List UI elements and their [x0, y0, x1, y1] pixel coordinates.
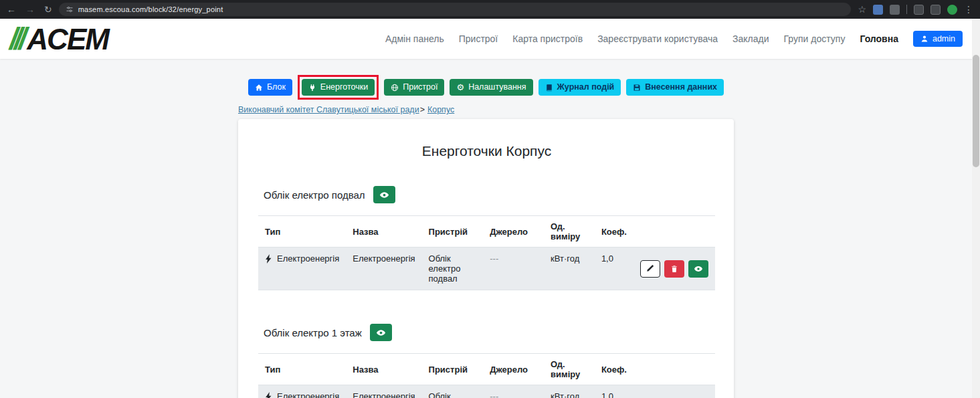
- edit-button[interactable]: [640, 260, 660, 278]
- breadcrumb-current-link[interactable]: Корпус: [427, 105, 454, 114]
- browser-nav-controls: ← → ↻: [7, 5, 52, 14]
- view-button[interactable]: [688, 260, 708, 278]
- browser-chrome: ← → ↻ masem.escoua.com/block/32/energy_p…: [0, 0, 980, 19]
- devices-button[interactable]: Пристрої: [384, 79, 444, 96]
- breadcrumb: Виконавчий комітет Славутицької міської …: [238, 105, 734, 114]
- gear-icon: ⚙: [456, 83, 464, 92]
- source-cell: ---: [483, 385, 544, 398]
- col-coef: Коеф.: [595, 216, 633, 247]
- device-cell: Облік електро 1 этаж: [422, 385, 484, 398]
- table-header-row: Тип Назва Пристрій Джерело Од. виміру Ко…: [258, 354, 715, 385]
- devices-button-label: Пристрої: [403, 83, 437, 92]
- nav-admin-panel[interactable]: Адмін панель: [385, 33, 444, 44]
- nav-access-groups[interactable]: Групи доступу: [784, 33, 846, 44]
- energy-points-button[interactable]: Енерготочки: [302, 79, 375, 96]
- col-actions: [633, 354, 715, 385]
- energy-points-table: Тип Назва Пристрій Джерело Од. виміру Ко…: [258, 353, 715, 398]
- extension-icon[interactable]: [930, 5, 941, 15]
- energy-points-card: Енерготочки Корпус Облік електро подвал …: [238, 119, 734, 398]
- block-toolbar: Блок Енерготочки Пристрої ⚙ Налаштування: [238, 79, 734, 96]
- eye-icon: [376, 328, 386, 338]
- globe-icon: [391, 84, 399, 92]
- book-icon: [545, 84, 553, 92]
- delete-button[interactable]: [664, 260, 684, 278]
- logo-text: ACEM: [27, 25, 108, 54]
- home-icon: [255, 84, 263, 92]
- unit-cell: кВт·год: [544, 385, 595, 398]
- source-cell: ---: [483, 247, 544, 290]
- trash-icon: [670, 265, 678, 273]
- data-entry-button[interactable]: Внесення данних: [626, 79, 724, 96]
- admin-button[interactable]: admin: [913, 31, 963, 47]
- type-cell: Електроенергія: [258, 247, 346, 290]
- type-value: Електроенергія: [277, 391, 339, 398]
- pencil-icon: [646, 264, 654, 273]
- table-row: Електроенергія Електроенергія Облік елек…: [258, 385, 715, 398]
- name-cell: Електроенергія: [346, 247, 421, 290]
- reload-icon[interactable]: ↻: [44, 5, 52, 14]
- scrollbar-thumb[interactable]: [973, 55, 979, 167]
- col-type: Тип: [258, 216, 346, 247]
- device-cell: Облік електро подвал: [422, 247, 484, 290]
- nav-device-map[interactable]: Карта пристроїв: [512, 33, 583, 44]
- table-header-row: Тип Назва Пристрій Джерело Од. виміру Ко…: [258, 216, 715, 247]
- lightning-icon: [265, 392, 272, 398]
- page-scrollbar: [972, 19, 980, 398]
- profile-avatar[interactable]: [947, 5, 957, 15]
- lightning-icon: [265, 254, 272, 264]
- forward-icon[interactable]: →: [25, 5, 35, 14]
- eye-icon: [379, 190, 389, 200]
- data-entry-button-label: Внесення данних: [645, 83, 717, 92]
- event-log-button[interactable]: Журнал подій: [538, 79, 621, 96]
- extension-icon[interactable]: [873, 5, 883, 15]
- energy-points-button-label: Енерготочки: [320, 83, 368, 92]
- page-content: Блок Енерготочки Пристрої ⚙ Налаштування: [238, 79, 734, 398]
- actions-cell: [633, 385, 715, 398]
- name-cell: Електроенергія: [346, 385, 421, 398]
- settings-button-label: Налаштування: [468, 83, 526, 92]
- browser-actions: ☆ ⋮: [858, 5, 973, 15]
- kebab-menu-icon[interactable]: ⋮: [964, 5, 973, 14]
- nav-register-user[interactable]: Зареєструвати користувача: [597, 33, 718, 44]
- event-log-button-label: Журнал подій: [557, 83, 615, 92]
- col-unit: Од. виміру: [544, 216, 595, 247]
- nav-home[interactable]: Головна: [860, 33, 898, 44]
- settings-button[interactable]: ⚙ Налаштування: [450, 79, 532, 96]
- col-source: Джерело: [483, 216, 544, 247]
- energy-points-table: Тип Назва Пристрій Джерело Од. виміру Ко…: [258, 215, 715, 290]
- actions-cell: [633, 247, 715, 290]
- breadcrumb-separator: >: [420, 105, 425, 114]
- plug-icon: [308, 84, 316, 92]
- bookmark-star-icon[interactable]: ☆: [858, 5, 866, 14]
- block-button-label: Блок: [267, 83, 286, 92]
- section-view-button[interactable]: [370, 324, 392, 341]
- breadcrumb-root-link[interactable]: Виконавчий комітет Славутицької міської …: [238, 105, 419, 114]
- main-nav: Адмін панель Пристрої Карта пристроїв За…: [385, 31, 963, 47]
- section-basement: Облік електро подвал Тип Назва Пристрій …: [258, 186, 715, 290]
- col-name: Назва: [346, 354, 421, 385]
- table-row: Електроенергія Електроенергія Облік елек…: [258, 247, 715, 290]
- site-info-icon[interactable]: [66, 5, 74, 13]
- logo-mark: ///: [9, 23, 23, 54]
- col-unit: Од. виміру: [544, 354, 595, 385]
- section-view-button[interactable]: [373, 186, 395, 203]
- save-icon: [633, 84, 641, 92]
- extension-icon[interactable]: [890, 5, 900, 15]
- section-first-floor: Облік електро 1 этаж Тип Назва Пристрій …: [258, 324, 715, 398]
- type-cell: Електроенергія: [258, 385, 346, 398]
- col-type: Тип: [258, 354, 346, 385]
- nav-devices[interactable]: Пристрої: [459, 33, 498, 44]
- col-name: Назва: [346, 216, 421, 247]
- col-source: Джерело: [483, 354, 544, 385]
- block-button[interactable]: Блок: [248, 79, 292, 96]
- extension-icon[interactable]: [914, 5, 924, 15]
- logo[interactable]: /// ACEM: [9, 23, 108, 54]
- address-bar[interactable]: masem.escoua.com/block/32/energy_point: [59, 3, 852, 16]
- col-device: Пристрій: [422, 354, 484, 385]
- col-coef: Коеф.: [595, 354, 633, 385]
- col-actions: [633, 216, 715, 247]
- nav-institutions[interactable]: Заклади: [732, 33, 769, 44]
- back-icon[interactable]: ←: [7, 5, 16, 14]
- section-title: Облік електро подвал: [264, 189, 365, 201]
- person-icon: [920, 35, 928, 43]
